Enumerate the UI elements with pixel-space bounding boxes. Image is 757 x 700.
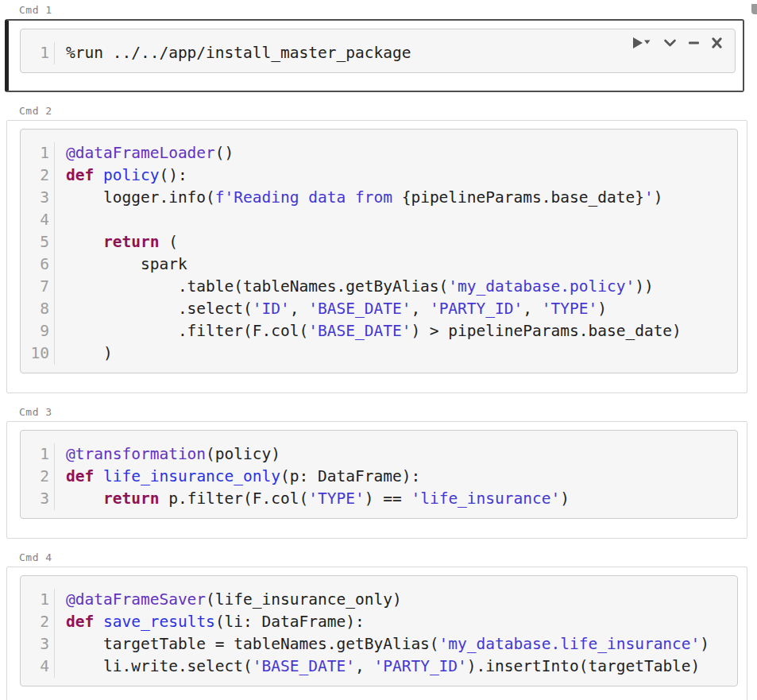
chevron-down-icon[interactable] — [663, 37, 677, 49]
code-line[interactable]: li.write.select('BASE_DATE', 'PARTY_ID')… — [66, 656, 737, 678]
command-label: Cmd 2 — [19, 105, 747, 117]
token-plain: (life_insurance_only) — [206, 590, 402, 609]
code-area[interactable]: @dataFrameLoader()def policy(): logger.i… — [55, 142, 737, 365]
line-number: 4 — [21, 656, 49, 678]
token-plain: , — [290, 300, 308, 318]
token-plain: .filter(F.col( — [66, 322, 308, 340]
line-number: 6 — [21, 253, 49, 276]
token-plain: %run ../../app/install_master_package — [66, 44, 411, 62]
token-plain: ) — [654, 188, 663, 207]
command-label: Cmd 3 — [19, 406, 747, 418]
code-area[interactable]: @dataFrameSaver(life_insurance_only)def … — [55, 589, 737, 678]
token-plain: li.write.select( — [66, 657, 253, 675]
token-string: 'BASE_DATE' — [253, 657, 355, 675]
token-string: 'BASE_DATE' — [308, 322, 411, 340]
code-line[interactable]: .filter(F.col('BASE_DATE') > pipelinePar… — [66, 320, 737, 342]
code-line[interactable]: @dataFrameLoader() — [66, 142, 737, 164]
token-plain: ( — [159, 233, 177, 251]
line-number: 10 — [21, 342, 49, 365]
line-number: 1 — [21, 443, 49, 466]
scrollbar-nub[interactable] — [751, 4, 757, 14]
line-number: 1 — [21, 42, 49, 64]
code-line[interactable]: logger.info(f'Reading data from {pipelin… — [66, 187, 737, 209]
token-decorator: @dataFrameLoader — [66, 144, 215, 162]
token-plain: {pipelineParams.base_date} — [402, 188, 644, 207]
line-number-gutter: 123 — [21, 443, 55, 510]
code-line[interactable]: targetTable = tableNames.getByAlias('my_… — [66, 633, 737, 656]
token-string: 'my_database.policy' — [448, 277, 635, 296]
code-editor[interactable]: 1234@dataFrameSaver(life_insurance_only)… — [20, 575, 738, 686]
cell-container-selected[interactable]: 1%run ../../app/install_master_package — [5, 19, 744, 92]
code-line[interactable]: def life_insurance_only(p: DataFrame): — [66, 466, 737, 488]
line-number: 9 — [21, 320, 49, 342]
code-line[interactable]: spark — [66, 253, 737, 276]
token-plain — [94, 613, 103, 631]
token-plain: () — [215, 144, 234, 162]
cell-toolbar — [631, 37, 723, 49]
token-plain: spark — [66, 255, 187, 273]
line-number-gutter: 12345678910 — [21, 142, 55, 365]
command-label: Cmd 1 — [19, 4, 747, 16]
line-number: 2 — [21, 611, 49, 633]
code-line[interactable]: return p.filter(F.col('TYPE') == 'life_i… — [66, 488, 737, 510]
cell-container[interactable]: 123@transformation(policy)def life_insur… — [6, 421, 747, 539]
token-keyword: def — [66, 166, 94, 184]
code-area[interactable]: @transformation(policy)def life_insuranc… — [55, 443, 737, 510]
token-plain: ) — [597, 300, 607, 318]
code-line[interactable]: .select('ID', 'BASE_DATE', 'PARTY_ID', '… — [66, 298, 737, 320]
command-2: Cmd 212345678910@dataFrameLoader()def po… — [6, 105, 747, 393]
line-number: 1 — [21, 589, 49, 611]
cell-container[interactable]: 1234@dataFrameSaver(life_insurance_only)… — [6, 567, 747, 700]
notebook-page: Cmd 1 1%run ../../app/install_master_pac… — [0, 4, 757, 700]
token-plain: ) — [560, 489, 570, 508]
token-string: ' — [644, 188, 654, 207]
code-line[interactable]: @transformation(policy) — [66, 443, 737, 466]
code-line[interactable]: def save_results(li: DataFrame): — [66, 611, 737, 633]
token-string: 'ID' — [253, 300, 290, 318]
token-plain: targetTable = tableNames.getByAlias( — [66, 635, 439, 653]
code-line[interactable]: ) — [66, 342, 737, 365]
code-line[interactable]: @dataFrameSaver(life_insurance_only) — [66, 589, 737, 611]
token-function_name: save_results — [103, 613, 215, 631]
line-number: 8 — [21, 298, 49, 320]
command-3: Cmd 3123@transformation(policy)def life_… — [6, 406, 747, 539]
token-plain — [94, 467, 103, 485]
cell-container[interactable]: 12345678910@dataFrameLoader()def policy(… — [6, 120, 747, 393]
token-plain: (li: DataFrame): — [215, 613, 365, 631]
command-label: Cmd 4 — [19, 551, 747, 563]
minimize-icon[interactable] — [688, 37, 700, 49]
code-editor[interactable]: 12345678910@dataFrameLoader()def policy(… — [20, 129, 738, 373]
token-string: f'Reading data from — [215, 188, 402, 207]
line-number-gutter: 1 — [21, 42, 55, 64]
token-plain: ) — [66, 344, 113, 362]
token-plain — [66, 489, 103, 508]
code-line[interactable] — [66, 209, 737, 231]
token-plain: (p: DataFrame): — [280, 467, 420, 485]
line-number: 5 — [21, 231, 49, 253]
line-number: 2 — [21, 466, 49, 488]
token-plain: , — [355, 657, 373, 675]
code-line[interactable]: return ( — [66, 231, 737, 253]
token-plain: .select( — [66, 300, 253, 318]
code-editor[interactable]: 123@transformation(policy)def life_insur… — [20, 430, 738, 519]
token-plain: p.filter(F.col( — [159, 489, 308, 508]
token-plain: , — [411, 300, 429, 318]
token-string: 'my_database.life_insurance' — [439, 635, 701, 653]
token-string: 'PARTY_ID' — [430, 300, 523, 318]
token-plain: logger.info( — [66, 188, 215, 207]
token-plain: ) > pipelineParams.base_date) — [411, 322, 681, 340]
close-icon[interactable] — [711, 37, 723, 49]
token-keyword: def — [66, 613, 94, 631]
token-plain — [66, 233, 103, 251]
token-plain — [94, 166, 103, 184]
code-line[interactable]: def policy(): — [66, 164, 737, 187]
command-4: Cmd 41234@dataFrameSaver(life_insurance_… — [6, 551, 747, 700]
token-string: 'BASE_DATE' — [308, 300, 411, 318]
token-plain: ).insertInto(targetTable) — [467, 657, 701, 675]
code-line[interactable]: .table(tableNames.getByAlias('my_databas… — [66, 276, 737, 298]
line-number: 4 — [21, 209, 49, 231]
code-editor[interactable]: 1%run ../../app/install_master_package — [20, 29, 736, 73]
run-icon[interactable] — [631, 37, 652, 49]
token-function_name: life_insurance_only — [103, 467, 280, 485]
token-plain: , — [523, 300, 541, 318]
